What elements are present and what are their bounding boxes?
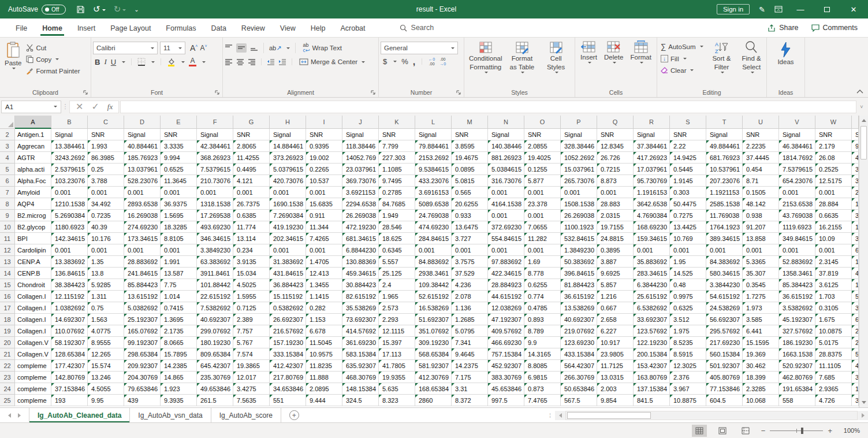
cell-I25[interactable]: 9.444 bbox=[306, 395, 342, 406]
cell-G8[interactable]: 26.7375 bbox=[233, 198, 270, 210]
tab-file[interactable]: File bbox=[8, 20, 35, 36]
row-header-13[interactable]: 13 bbox=[0, 256, 15, 268]
cell-V20[interactable]: 186.19230 bbox=[779, 337, 815, 348]
cell-M12[interactable]: 0.001 bbox=[452, 244, 488, 256]
cell-B18[interactable]: 14.692307 bbox=[51, 314, 88, 325]
insert-cells-button[interactable]: Insert bbox=[578, 39, 600, 65]
column-header-P[interactable]: P bbox=[561, 116, 597, 129]
cell-K16[interactable]: 1.965 bbox=[379, 291, 415, 302]
cell-W20[interactable]: 5.0175 bbox=[815, 337, 852, 348]
cell-Q18[interactable]: 2.658 bbox=[597, 314, 634, 325]
row-header-20[interactable]: 20 bbox=[0, 337, 15, 348]
cell-I14[interactable]: 12.413 bbox=[306, 268, 342, 279]
column-header-O[interactable]: O bbox=[524, 116, 561, 129]
cell-O15[interactable]: 0.6255 bbox=[524, 279, 561, 291]
cell-F3[interactable]: 42.384461 bbox=[197, 140, 233, 152]
cell-V16[interactable]: 36.615192 bbox=[779, 291, 815, 302]
cell-P16[interactable]: 36.615192 bbox=[561, 291, 597, 302]
cell-U22[interactable]: 30.462 bbox=[743, 360, 779, 372]
column-header-N[interactable]: N bbox=[488, 116, 524, 129]
cell-B21[interactable]: 128.65384 bbox=[51, 348, 88, 360]
cell-A25[interactable]: compleme bbox=[15, 395, 51, 406]
tab-home[interactable]: Home bbox=[35, 20, 70, 36]
cell-G21[interactable]: 7.574 bbox=[233, 348, 270, 360]
cell-D14[interactable]: 241.84615 bbox=[124, 268, 161, 279]
cell-K7[interactable]: 0.2785 bbox=[379, 187, 415, 198]
cell-B15[interactable]: 38.384423 bbox=[51, 279, 88, 291]
cell-N6[interactable]: 316.73076 bbox=[488, 175, 524, 187]
cell-O17[interactable]: 0.4785 bbox=[524, 302, 561, 314]
cell-S13[interactable]: 1.95 bbox=[670, 256, 706, 268]
cell-A12[interactable]: Cardolipin bbox=[15, 244, 51, 256]
cell-O14[interactable]: 8.778 bbox=[524, 268, 561, 279]
cell-E19[interactable]: 2.1735 bbox=[161, 325, 197, 337]
cell-C17[interactable]: 0.75 bbox=[88, 302, 124, 314]
cell-U3[interactable]: 2.2235 bbox=[743, 140, 779, 152]
cell-partial-4[interactable]: 4 bbox=[852, 152, 859, 164]
row-header-16[interactable]: 16 bbox=[0, 291, 15, 302]
cell-S16[interactable]: 0.9975 bbox=[670, 291, 706, 302]
cell-U6[interactable]: 8.71 bbox=[743, 175, 779, 187]
cell-P2[interactable]: Signal bbox=[561, 129, 597, 140]
share-button[interactable]: Share bbox=[768, 24, 798, 32]
cell-B16[interactable]: 12.115192 bbox=[51, 291, 88, 302]
formula-input[interactable] bbox=[120, 101, 856, 113]
cell-S19[interactable]: 1.975 bbox=[670, 325, 706, 337]
cell-S5[interactable]: 0.5445 bbox=[670, 164, 706, 175]
column-header-Q[interactable]: Q bbox=[597, 116, 634, 129]
collapse-ribbon-button[interactable] bbox=[852, 38, 868, 97]
sheet-tab-ig_autoab_score[interactable]: Ig_AutoAb_score bbox=[211, 408, 281, 422]
cell-C23[interactable]: 13.246 bbox=[88, 372, 124, 383]
normal-view-button[interactable] bbox=[692, 425, 707, 437]
cell-E2[interactable]: SNR bbox=[161, 129, 197, 140]
cell-W3[interactable]: 2.179 bbox=[815, 140, 852, 152]
cell-F15[interactable]: 101.88442 bbox=[197, 279, 233, 291]
cell-A9[interactable]: B2.microg bbox=[15, 210, 51, 221]
cell-P10[interactable]: 1100.1923 bbox=[561, 221, 597, 233]
vertical-scrollbar[interactable] bbox=[859, 116, 868, 407]
row-header-6[interactable]: 6 bbox=[0, 175, 15, 187]
cell-L16[interactable]: 52.615192 bbox=[415, 291, 452, 302]
cell-B13[interactable]: 13.383692 bbox=[51, 256, 88, 268]
cell-D13[interactable]: 28.883692 bbox=[124, 256, 161, 268]
cell-F12[interactable]: 3.3849230 bbox=[197, 244, 233, 256]
pen-icon[interactable]: ✎ bbox=[759, 6, 765, 13]
cell-P8[interactable]: 1508.1538 bbox=[561, 198, 597, 210]
cell-B20[interactable]: 58.192307 bbox=[51, 337, 88, 348]
cell-J10[interactable]: 472.19230 bbox=[342, 221, 379, 233]
cell-N11[interactable]: 554.84615 bbox=[488, 233, 524, 244]
page-break-preview-button[interactable] bbox=[738, 425, 753, 437]
cell-U25[interactable]: 10.068 bbox=[743, 395, 779, 406]
cell-I16[interactable]: 1.1415 bbox=[306, 291, 342, 302]
cell-D8[interactable]: 2893.6538 bbox=[124, 198, 161, 210]
cell-G7[interactable]: 0.001 bbox=[233, 187, 270, 198]
cell-T19[interactable]: 295.57692 bbox=[706, 325, 743, 337]
cell-Q6[interactable]: 8.873 bbox=[597, 175, 634, 187]
cell-B3[interactable]: 13.384461 bbox=[51, 140, 88, 152]
cell-A15[interactable]: Chondroit bbox=[15, 279, 51, 291]
cell-J17[interactable]: 35.538269 bbox=[342, 302, 379, 314]
cell-F14[interactable]: 3911.8461 bbox=[197, 268, 233, 279]
cell-R12[interactable]: 0.001 bbox=[634, 244, 670, 256]
cell-G4[interactable]: 11.4255 bbox=[233, 152, 270, 164]
cell-K17[interactable]: 2.573 bbox=[379, 302, 415, 314]
maximize-button[interactable] bbox=[818, 5, 836, 14]
cell-D10[interactable]: 274.69230 bbox=[124, 221, 161, 233]
cell-S15[interactable]: 0.48 bbox=[670, 279, 706, 291]
cell-U20[interactable]: 15.1595 bbox=[743, 337, 779, 348]
cancel-formula-icon[interactable]: ✕ bbox=[76, 101, 83, 112]
cell-S10[interactable]: 13.4425 bbox=[670, 221, 706, 233]
cell-A21[interactable]: Collagen.V bbox=[15, 348, 51, 360]
cell-partial-12[interactable]: 6 bbox=[852, 244, 859, 256]
column-header-M[interactable]: M bbox=[452, 116, 488, 129]
cell-partial-8[interactable]: 1 bbox=[852, 198, 859, 210]
cell-T14[interactable]: 580.34615 bbox=[706, 268, 743, 279]
insert-function-icon[interactable]: fx bbox=[107, 102, 113, 112]
accounting-format-icon[interactable]: $ bbox=[383, 57, 387, 66]
cell-V23[interactable]: 462.80769 bbox=[779, 372, 815, 383]
row-header-21[interactable]: 21 bbox=[0, 348, 15, 360]
cell-U7[interactable]: 0.1505 bbox=[743, 187, 779, 198]
cell-G11[interactable]: 13.114 bbox=[233, 233, 270, 244]
row-header-4[interactable]: 4 bbox=[0, 152, 15, 164]
fill-color-icon[interactable] bbox=[167, 58, 176, 66]
